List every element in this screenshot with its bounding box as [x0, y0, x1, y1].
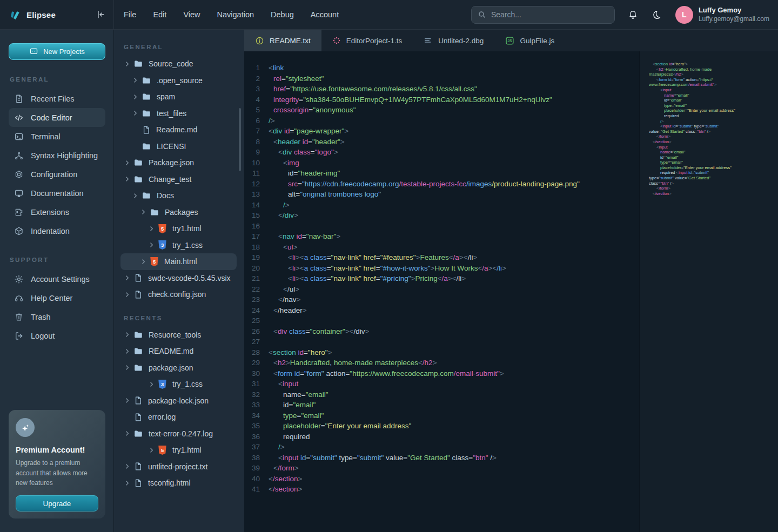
avatar[interactable]: L — [675, 6, 693, 24]
menu-item-navigation[interactable]: Navigation — [217, 10, 254, 19]
search-box[interactable] — [471, 6, 615, 24]
notifications-bell-icon[interactable] — [628, 10, 638, 20]
code-line[interactable]: 20<li><a class="nav-link" href="#how-it-… — [244, 263, 639, 274]
code-line[interactable]: 37/> — [244, 442, 639, 453]
sidebar-item-code-editor[interactable]: Code Editor — [9, 108, 105, 127]
collapse-sidebar-icon[interactable] — [95, 9, 106, 20]
tree-item-licensi[interactable]: LICENSI — [114, 138, 244, 155]
code-line[interactable]: 4integrity="sha384-50oBUHEmvpQ+1lW4y57PT… — [244, 95, 639, 105]
tree-item-resuorce-tools[interactable]: Resuorce_tools — [114, 327, 244, 344]
tab-readme-txt[interactable]: README.txt — [244, 30, 321, 51]
code-line[interactable]: 27 — [244, 336, 639, 347]
chevron-icon[interactable] — [124, 291, 130, 298]
tree-item-main-html[interactable]: 5Main.html — [120, 253, 237, 270]
code-line[interactable]: 33id="email" — [244, 400, 639, 410]
chevron-icon[interactable] — [124, 332, 130, 338]
tree-item-change-test[interactable]: Change_test — [114, 171, 244, 188]
sidebar-item-recent-files[interactable]: Recent Files — [9, 89, 105, 108]
sidebar-item-syntax-highlighting[interactable]: Syntax Highlighting — [9, 146, 105, 165]
tree-item-package-json[interactable]: Package.json — [114, 154, 244, 171]
code-line[interactable]: 38<input id="submit" type="submit" value… — [244, 453, 639, 463]
code-line[interactable]: 18<ul> — [244, 242, 639, 253]
tree-item-text-error-0-247-log[interactable]: text-error-0.247.log — [114, 426, 244, 442]
chevron-icon[interactable] — [124, 60, 130, 67]
chevron-icon[interactable] — [124, 463, 130, 470]
new-projects-button[interactable]: New Projects — [9, 43, 105, 60]
tree-item-test-files[interactable]: test_files — [114, 105, 244, 122]
tree-item-try1-html[interactable]: 5try1.html — [114, 442, 244, 459]
tree-scrollbar[interactable] — [239, 108, 241, 171]
code-line[interactable]: 28<section id="hero"> — [244, 347, 639, 358]
code-line[interactable]: 41</section> — [244, 484, 639, 495]
sidebar-item-documentation[interactable]: Documentation — [9, 184, 105, 203]
tree-item-package-json[interactable]: package.json — [114, 360, 244, 376]
upgrade-button[interactable]: Upgrade — [16, 495, 98, 511]
code-line[interactable]: 31<input — [244, 379, 639, 389]
tree-item-open-source[interactable]: .open_source — [114, 72, 244, 89]
tree-item-check-config-json[interactable]: check.config.json — [114, 286, 244, 303]
tab-editorporject-1-ts[interactable]: EditorPorject-1.ts — [321, 30, 413, 51]
chevron-icon[interactable] — [132, 93, 138, 100]
code-line[interactable]: 11id="header-img" — [244, 168, 639, 179]
menu-item-view[interactable]: View — [183, 10, 200, 19]
tab-gulpfile-js[interactable]: JSGulpFile.js — [494, 30, 565, 51]
chevron-icon[interactable] — [148, 242, 155, 248]
sidebar-item-configuration[interactable]: Configuration — [9, 165, 105, 184]
tree-item-package-lock-json[interactable]: package-lock.json — [114, 393, 244, 409]
menu-item-account[interactable]: Account — [311, 10, 339, 19]
sidebar-item-logout[interactable]: Logout — [9, 326, 105, 345]
chevron-icon[interactable] — [124, 398, 130, 404]
sidebar-item-terminal[interactable]: Terminal — [9, 127, 105, 146]
code-line[interactable]: 6/> — [244, 116, 639, 126]
tree-item-source-code[interactable]: Source_code — [114, 56, 244, 72]
chevron-icon[interactable] — [148, 447, 155, 453]
code-line[interactable]: 25 — [244, 315, 639, 326]
code-line[interactable]: 39</form> — [244, 463, 639, 474]
code-line[interactable]: 12src="https://cdn.freecodecamp.org/test… — [244, 179, 639, 190]
tree-item-untlited-project-txt[interactable]: untlited-project.txt — [114, 459, 244, 475]
menu-item-file[interactable]: File — [124, 10, 136, 19]
chevron-icon[interactable] — [132, 192, 138, 199]
chevron-icon[interactable] — [124, 430, 130, 437]
chevron-icon[interactable] — [124, 159, 130, 166]
code-line[interactable]: 32name="email" — [244, 389, 639, 400]
chevron-icon[interactable] — [140, 258, 146, 265]
code-line[interactable]: 24</header> — [244, 305, 639, 316]
code-line[interactable]: 3href="https://use.fontawesome.com/relea… — [244, 84, 639, 95]
tree-item-tsconfig-html[interactable]: tsconfig.html — [114, 475, 244, 491]
tree-item-packages[interactable]: Packages — [114, 204, 244, 221]
tree-item-readme-md[interactable]: README.md — [114, 343, 244, 360]
code-line[interactable]: 26<div class="container"></div> — [244, 326, 639, 337]
chevron-icon[interactable] — [132, 110, 138, 117]
minimap[interactable]: <section id="hero"><h2>Handcrafted, home… — [639, 51, 778, 532]
code-line[interactable]: 34type="email" — [244, 410, 639, 421]
tab-untlited-2-dbg[interactable]: Untlited-2.dbg — [413, 30, 494, 51]
chevron-icon[interactable] — [124, 176, 130, 183]
code-line[interactable]: 29<h2>Handcrafted, home-made masterpiece… — [244, 358, 639, 368]
tree-item-error-log[interactable]: error.log — [114, 409, 244, 426]
code-line[interactable]: 22</ul> — [244, 284, 639, 295]
tree-item-readme-md[interactable]: Readme.md — [114, 122, 244, 138]
code-line[interactable]: 7<div id="page-wrapper"> — [244, 126, 639, 137]
chevron-icon[interactable] — [148, 225, 155, 232]
chevron-icon[interactable] — [140, 209, 146, 216]
code-line[interactable]: 5crossorigin="anonymous" — [244, 105, 639, 116]
code-editor[interactable]: 1<link2rel="stylesheet"3href="https://us… — [244, 51, 639, 532]
tree-item-try-1-css[interactable]: 3try_1.css — [114, 237, 244, 254]
code-line[interactable]: 1<link — [244, 63, 639, 73]
code-line[interactable]: 36required — [244, 432, 639, 442]
chevron-icon[interactable] — [132, 77, 138, 84]
chevron-icon[interactable] — [124, 275, 130, 281]
tree-item-docs[interactable]: Docs — [114, 187, 244, 204]
code-line[interactable]: 8<header id="header"> — [244, 137, 639, 147]
code-line[interactable]: 23</nav> — [244, 294, 639, 305]
sidebar-item-help-center[interactable]: Help Center — [9, 288, 105, 307]
code-line[interactable]: 21<li><a class="nav-link" href="#pricing… — [244, 273, 639, 284]
code-line[interactable]: 14/> — [244, 200, 639, 211]
tree-item-try-1-css[interactable]: 3try_1.css — [114, 376, 244, 393]
sidebar-item-trash[interactable]: Trash — [9, 307, 105, 326]
chevron-icon[interactable] — [148, 381, 155, 387]
theme-toggle-moon-icon[interactable] — [651, 10, 661, 20]
tree-item-spam[interactable]: spam — [114, 89, 244, 105]
code-line[interactable]: 13alt="original trombones logo" — [244, 189, 639, 200]
